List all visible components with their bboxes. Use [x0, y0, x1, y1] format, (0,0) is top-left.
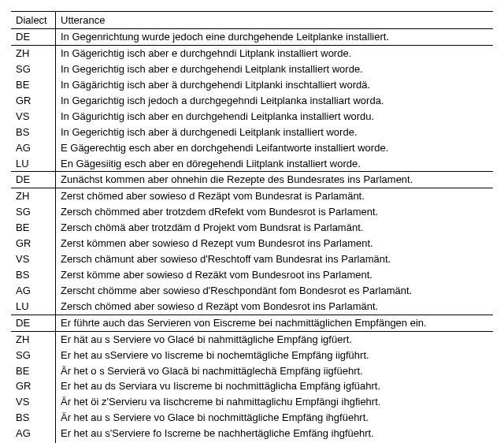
utterance-cell: Är het öi z'Servieru va Iischcreme bi na… — [56, 394, 494, 410]
utterance-cell: Zerst kömme aber sowieso d Rezäkt vom Bu… — [56, 267, 494, 283]
dialect-cell: ZH — [11, 188, 56, 204]
dialect-cell: VS — [11, 109, 56, 125]
dialect-cell: AG — [11, 140, 56, 155]
dialect-cell: VS — [11, 251, 56, 267]
dialect-cell: ZH — [11, 45, 56, 61]
table-header-dialect: Dialect — [11, 12, 56, 29]
dialect-cell: AG — [11, 283, 56, 299]
dialect-cell: SG — [11, 347, 56, 363]
dialect-cell: BE — [11, 77, 56, 93]
utterance-cell: In Gägurichtig isch aber en durchgehendi… — [56, 109, 494, 125]
utterance-cell: Zersch chömmed aber trotzdem dRefekt vom… — [56, 204, 494, 220]
utterance-cell: Zersch chämunt aber sowieso d'Reschtoff … — [56, 251, 494, 267]
dialect-cell: BE — [11, 363, 56, 378]
dialect-cell: DE — [11, 172, 56, 188]
dialect-cell: GR — [11, 93, 56, 109]
utterance-cell: Zerst chömed aber sowieso d Rezäpt vom B… — [56, 188, 494, 204]
dialect-cell: ZH — [11, 331, 56, 347]
utterance-cell: Er het au sServiere vo Iiscreme bi noche… — [56, 347, 494, 363]
dialect-cell: SG — [11, 61, 56, 77]
utterance-cell: In Gegarichtig isch jedoch a durchgegehn… — [56, 93, 494, 109]
utterance-cell: In Gegerichtig isch aber ä durchgenedi L… — [56, 125, 494, 140]
dialect-cell: AG — [11, 426, 56, 441]
table-header-utterance: Utterance — [56, 12, 494, 29]
utterance-cell: In Gägärichtig isch aber ä durchgehendi … — [56, 77, 494, 93]
utterance-cell: Är het o s Servierä vo Glacä bi nachmitt… — [56, 363, 494, 378]
utterance-cell: Er het au ds Serviara vu Iiscreme bi noc… — [56, 378, 494, 394]
utterance-cell: Är het au s Serviere vo Glace bi nochmit… — [56, 410, 494, 426]
utterance-cell: Zersch chömä aber trotzdäm d Projekt vom… — [56, 220, 494, 236]
utterance-cell: In Gägerichtig isch aber e durchgehndi L… — [56, 45, 494, 61]
dialect-cell: BS — [11, 125, 56, 140]
dialect-cell: DE — [11, 29, 56, 46]
dialect-cell: SG — [11, 204, 56, 220]
utterance-cell: Er het au s'Serviere fo Iscreme be nachh… — [56, 426, 494, 441]
utterance-cell: Zerscht chömme aber sowieso d'Reschpondä… — [56, 283, 494, 299]
utterance-cell: In Gegerichtig isch aber e durchgehendi … — [56, 61, 494, 77]
utterance-cell: Er führte auch das Servieren von Eiscrem… — [56, 315, 494, 331]
dialect-utterance-table: Dialect Utterance DEIn Gegenrichtung wur… — [11, 11, 493, 443]
dialect-cell: BE — [11, 220, 56, 236]
utterance-cell: Zunächst kommen aber ohnehin die Rezepte… — [56, 172, 494, 188]
dialect-cell: LU — [11, 155, 56, 171]
dialect-cell: DE — [11, 315, 56, 331]
utterance-cell: En Gägesiitig esch aber en döregehendi L… — [56, 155, 494, 171]
utterance-cell: Er hät au s Serviere vo Glacé bi nahmitt… — [56, 331, 494, 347]
utterance-cell: E Gägerechtig esch aber en dorchgehendi … — [56, 140, 494, 155]
utterance-cell: Zersch chömed aber sowieso d Rezäpt vom … — [56, 299, 494, 315]
dialect-cell: LU — [11, 299, 56, 315]
dialect-cell: VS — [11, 394, 56, 410]
dialect-cell: GR — [11, 236, 56, 251]
utterance-cell: Zerst kömmen aber sowieso d Rezept vum B… — [56, 236, 494, 251]
dialect-cell: BS — [11, 410, 56, 426]
dialect-cell: BS — [11, 267, 56, 283]
utterance-cell: In Gegenrichtung wurde jedoch eine durch… — [56, 29, 494, 46]
dialect-cell: GR — [11, 378, 56, 394]
